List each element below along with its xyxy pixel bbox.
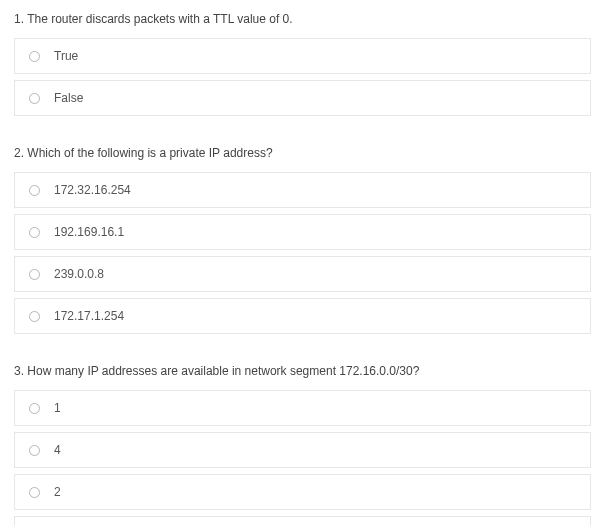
option-row[interactable]: 172.17.1.254 (14, 298, 591, 334)
option-row[interactable]: True (14, 38, 591, 74)
radio-icon (29, 269, 40, 280)
option-row[interactable]: 172.32.16.254 (14, 172, 591, 208)
option-row[interactable]: False (14, 80, 591, 116)
option-label: False (54, 91, 83, 105)
question-2: 2. Which of the following is a private I… (14, 146, 591, 334)
question-text: The router discards packets with a TTL v… (27, 12, 292, 26)
radio-icon (29, 403, 40, 414)
radio-icon (29, 51, 40, 62)
radio-icon (29, 487, 40, 498)
radio-icon (29, 185, 40, 196)
option-label: True (54, 49, 78, 63)
question-number: 2. (14, 146, 24, 160)
option-label: 4 (54, 443, 61, 457)
option-label: 1 (54, 401, 61, 415)
option-row[interactable]: 239.0.0.8 (14, 256, 591, 292)
option-row[interactable]: 1 (14, 390, 591, 426)
question-prompt: 1. The router discards packets with a TT… (14, 12, 591, 26)
radio-icon (29, 445, 40, 456)
option-row[interactable]: 192.169.16.1 (14, 214, 591, 250)
option-row[interactable]: 4 (14, 432, 591, 468)
option-label: 192.169.16.1 (54, 225, 124, 239)
option-label: 172.32.16.254 (54, 183, 131, 197)
question-number: 3. (14, 364, 24, 378)
option-label: 2 (54, 485, 61, 499)
radio-icon (29, 227, 40, 238)
question-1: 1. The router discards packets with a TT… (14, 12, 591, 116)
option-row[interactable]: 8 (14, 516, 591, 526)
question-text: Which of the following is a private IP a… (27, 146, 272, 160)
question-3: 3. How many IP addresses are available i… (14, 364, 591, 526)
question-prompt: 3. How many IP addresses are available i… (14, 364, 591, 378)
radio-icon (29, 93, 40, 104)
question-text: How many IP addresses are available in n… (27, 364, 419, 378)
option-label: 239.0.0.8 (54, 267, 104, 281)
radio-icon (29, 311, 40, 322)
question-number: 1. (14, 12, 24, 26)
option-row[interactable]: 2 (14, 474, 591, 510)
option-label: 172.17.1.254 (54, 309, 124, 323)
question-prompt: 2. Which of the following is a private I… (14, 146, 591, 160)
